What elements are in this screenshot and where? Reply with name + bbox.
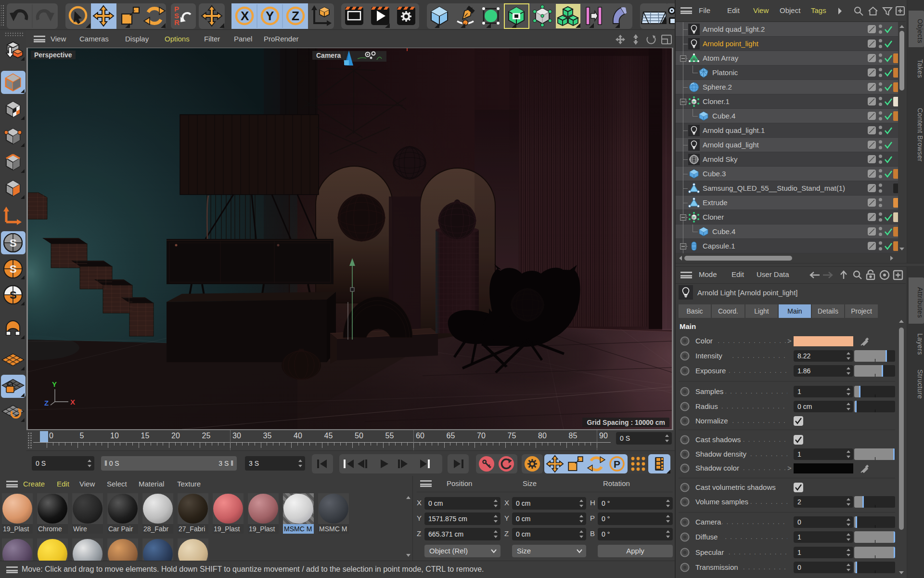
svg-text:Z: Z [292,9,299,23]
svg-text:Z: Z [44,399,49,407]
svg-text:X: X [70,398,75,406]
svg-text:S: S [10,237,17,249]
svg-text:P: P [614,459,620,470]
svg-text:S: S [10,289,17,301]
svg-text:R: R [174,18,180,26]
svg-text:X: X [241,9,249,23]
svg-text:Y: Y [266,9,274,23]
svg-text:Y: Y [52,380,57,388]
svg-text:S: S [10,263,17,275]
